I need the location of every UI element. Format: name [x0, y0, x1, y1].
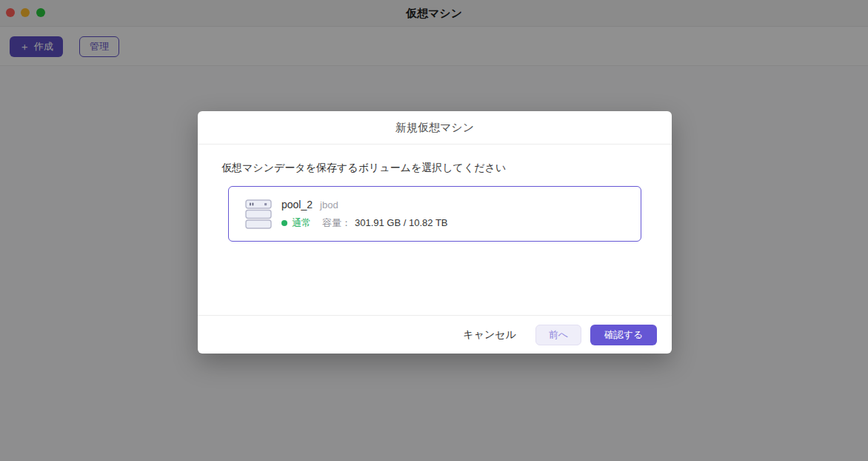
server-stack-icon: [245, 199, 272, 229]
back-button[interactable]: 前へ: [535, 325, 581, 345]
volume-status: 通常: [292, 216, 311, 230]
capacity-value: 301.91 GB / 10.82 TB: [355, 217, 448, 228]
app-window: 仮想マシン ＋ 作成 管理 新規仮想マシン 仮想マシンデータを保存するボリューム…: [0, 0, 868, 461]
status-dot-icon: [281, 220, 287, 226]
volume-option-pool-2[interactable]: pool_2 jbod 通常 容量： 301.91 GB / 10.82 TB: [228, 186, 641, 242]
capacity-label: 容量：: [322, 216, 351, 230]
dialog-instruction: 仮想マシンデータを保存するボリュームを選択してください: [221, 162, 648, 175]
volume-info: pool_2 jbod 通常 容量： 301.91 GB / 10.82 TB: [281, 199, 448, 230]
new-vm-dialog: 新規仮想マシン 仮想マシンデータを保存するボリュームを選択してください pool…: [198, 111, 672, 354]
confirm-button[interactable]: 確認する: [590, 325, 657, 345]
volume-name: pool_2: [281, 199, 313, 210]
cancel-button[interactable]: キャンセル: [463, 325, 516, 345]
dialog-title: 新規仮想マシン: [198, 111, 672, 145]
dialog-footer: キャンセル 前へ 確認する: [198, 315, 672, 354]
volume-type: jbod: [320, 199, 338, 210]
